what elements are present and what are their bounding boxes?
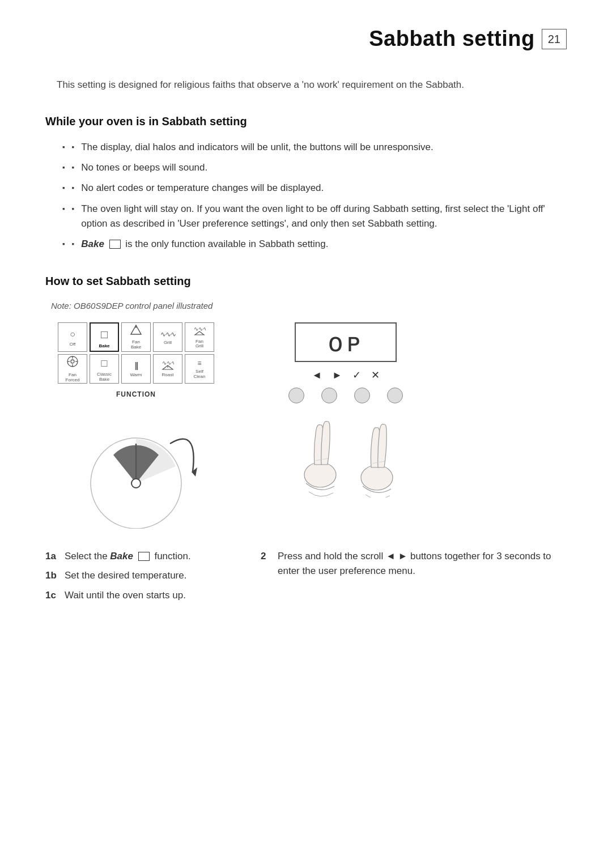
func-icon: ∿∿∿ [160, 329, 176, 339]
bullet-text: No tones or beeps will sound. [81, 160, 207, 175]
page-number: 21 [542, 29, 567, 49]
func-btn-off: ○ Off [58, 322, 87, 352]
svg-text:∿∿∿: ∿∿∿ [162, 360, 174, 366]
button-circles-row [288, 388, 403, 403]
func-btn-fan-grill: ∿∿∿ FanGrill [185, 322, 214, 352]
func-btn-fan-bake: FanBake [121, 322, 151, 352]
step-1b: 1b Set the desired temperature. [45, 568, 227, 583]
func-icon: ∿∿∿ [193, 325, 206, 338]
step-label-1c: 1c [45, 588, 60, 603]
dial-svg [57, 404, 215, 529]
page-header: Sabbath setting 21 [45, 23, 567, 55]
bullet-text: Bake is the only function available in S… [81, 237, 328, 252]
func-label: FanGrill [196, 339, 203, 350]
section-how-to: How to set Sabbath setting Note: OB60S9D… [45, 273, 567, 608]
func-icon: ≡ [197, 358, 201, 368]
bullet-list: ▪ The display, dial halos and indicators… [62, 140, 567, 252]
steps-row: 1a Select the Bake function. 1b Set the … [45, 549, 567, 607]
list-item: ▪ The oven light will stay on. If you wa… [62, 202, 567, 232]
bake-icon-step [138, 552, 150, 561]
steps-left: 1a Select the Bake function. 1b Set the … [45, 549, 227, 607]
func-icon [66, 355, 79, 372]
display-text: oᴘ [328, 323, 364, 362]
diagram-right: oᴘ ◄ ► ✓ ✕ [261, 322, 431, 486]
func-btn-classic-bake: □ ClassicBake [90, 354, 119, 384]
func-btn-warm: ||| Warm [121, 354, 151, 384]
list-item: ▪ Bake is the only function available in… [62, 237, 567, 252]
func-label: FanForced [66, 373, 80, 383]
display-box: oᴘ [295, 322, 397, 362]
func-label: Bake [99, 344, 109, 349]
button-circle-cancel [387, 388, 403, 403]
step-text-1a: Select the Bake function. [65, 549, 191, 564]
func-label: Off [70, 342, 76, 347]
func-label: Grill [164, 341, 172, 346]
intro-text: This setting is designed for religious f… [57, 78, 567, 92]
bullet-text: The display, dial halos and indicators w… [81, 140, 433, 155]
svg-point-15 [131, 479, 141, 488]
step-1c: 1c Wait until the oven starts up. [45, 588, 227, 603]
svg-point-20 [361, 465, 393, 490]
hands-diagram [283, 407, 408, 486]
hands-svg [283, 407, 408, 497]
step-2: 2 Press and hold the scroll ◄ ► buttons … [261, 549, 567, 579]
list-item: ▪ No alert codes or temperature changes … [62, 181, 567, 195]
function-buttons-grid: ○ Off □ Bake FanBake ∿∿∿ Grill [58, 322, 214, 384]
list-item: ▪ The display, dial halos and indicators… [62, 140, 567, 155]
func-icon: ∿∿∿ [162, 360, 174, 373]
func-label: FanBake [131, 340, 141, 350]
note-text: Note: OB60S9DEP control panel illustrate… [51, 300, 567, 313]
step-text-1c: Wait until the oven starts up. [65, 588, 186, 603]
scroll-cancel-symbol: ✕ [371, 368, 380, 383]
scroll-right-symbol: ► [332, 368, 342, 383]
scroll-confirm-symbol: ✓ [352, 368, 361, 383]
func-btn-roast: ∿∿∿ Roast [153, 354, 182, 384]
func-label: Roast [162, 373, 174, 378]
func-btn-self-clean: ≡ SelfClean [185, 354, 214, 384]
page-title: Sabbath setting [369, 23, 535, 55]
scroll-left-symbol: ◄ [312, 368, 322, 383]
func-icon: □ [101, 356, 108, 371]
func-icon: ○ [70, 327, 75, 341]
step-label-1a: 1a [45, 549, 60, 564]
button-circle-left [288, 388, 304, 403]
button-circle-right [321, 388, 337, 403]
func-label: ClassicBake [97, 372, 112, 382]
step-number-2: 2 [261, 549, 272, 564]
step-text-1b: Set the desired temperature. [65, 568, 186, 583]
step-text-2: Press and hold the scroll ◄ ► buttons to… [278, 549, 567, 579]
svg-point-5 [71, 360, 74, 363]
step-1a: 1a Select the Bake function. [45, 549, 227, 564]
list-item: ▪ No tones or beeps will sound. [62, 160, 567, 175]
func-btn-fan-forced: FanForced [58, 354, 87, 384]
function-label: FUNCTION [116, 389, 156, 399]
dial-diagram [57, 404, 215, 529]
buttons-label: buttons [410, 551, 442, 561]
diagram-left: ○ Off □ Bake FanBake ∿∿∿ Grill [45, 322, 227, 529]
scroll-buttons-row: ◄ ► ✓ ✕ [312, 368, 380, 383]
section1-heading: While your oven is in Sabbath setting [45, 113, 567, 130]
func-label: Warm [130, 373, 142, 378]
func-icon: □ [101, 326, 108, 343]
func-btn-grill: ∿∿∿ Grill [153, 322, 182, 352]
svg-point-17 [304, 462, 336, 487]
button-circle-confirm [354, 388, 370, 403]
func-label: SelfClean [194, 369, 206, 380]
steps-right: 2 Press and hold the scroll ◄ ► buttons … [261, 549, 567, 584]
step-label-1b: 1b [45, 568, 60, 583]
bake-icon [109, 240, 121, 249]
bullet-text: No alert codes or temperature changes wi… [81, 181, 324, 195]
diagrams-row: ○ Off □ Bake FanBake ∿∿∿ Grill [45, 322, 567, 529]
svg-text:∿∿∿: ∿∿∿ [194, 326, 206, 332]
bullet-text: The oven light will stay on. If you want… [81, 202, 567, 232]
func-icon: ||| [135, 360, 138, 372]
section-sabbath-while: While your oven is in Sabbath setting ▪ … [45, 113, 567, 252]
func-icon [130, 325, 142, 339]
func-btn-bake: □ Bake [90, 322, 119, 352]
section2-heading: How to set Sabbath setting [45, 273, 567, 290]
